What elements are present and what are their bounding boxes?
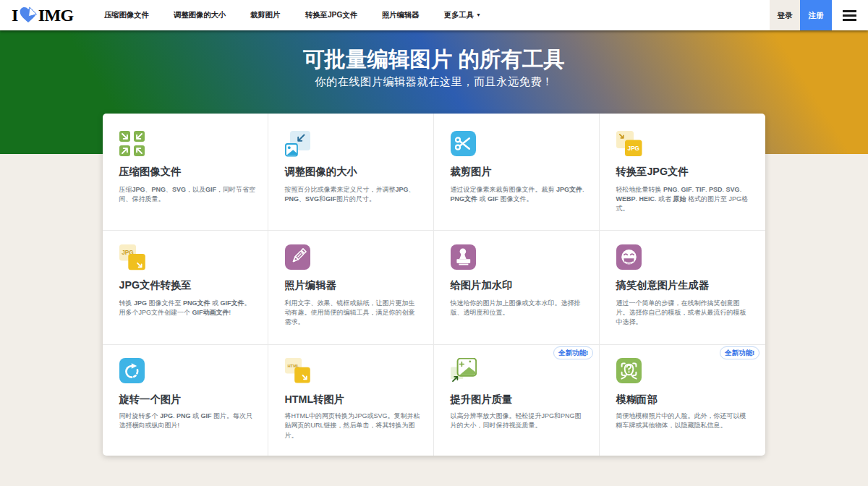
svg-text:JPG: JPG — [627, 145, 639, 152]
